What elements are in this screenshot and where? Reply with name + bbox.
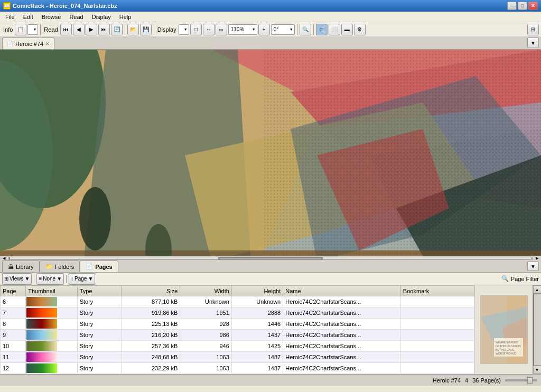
menu-edit[interactable]: Edit (20, 13, 36, 21)
cell-thumbnail (26, 352, 77, 363)
cell-name: Heroic74C2CnarfstarScans... (283, 363, 401, 374)
svg-text:WE ARE WARNED: WE ARE WARNED (496, 341, 518, 344)
col-header-bookmark[interactable]: Bookmark (400, 286, 474, 296)
mode-dropdown[interactable] (27, 24, 38, 35)
menu-help[interactable]: Help (116, 13, 135, 21)
menu-display[interactable]: Display (89, 13, 114, 21)
view-options-button[interactable]: ⚙ (354, 24, 366, 35)
viewer-scrollbar-track[interactable] (10, 257, 531, 260)
panel-dropdown-btn[interactable]: ▼ (527, 262, 539, 271)
zoom-dropdown[interactable]: 110% (228, 24, 257, 35)
col-header-type[interactable]: Type (77, 286, 121, 296)
comic-tab-title: Heroic #74 (15, 41, 43, 47)
col-header-height[interactable]: Height (231, 286, 283, 296)
menu-read[interactable]: Read (66, 13, 86, 21)
none-button[interactable]: ≡ None ▼ (36, 273, 64, 285)
library-tab[interactable]: 🏛 Library (2, 260, 40, 272)
col-header-page[interactable]: Page (1, 286, 26, 296)
cell-page: 12 (1, 363, 26, 374)
info-button[interactable]: 📋 (15, 24, 26, 35)
save-button[interactable]: 💾 (140, 24, 152, 35)
comic-tab-icon: 📄 (7, 41, 13, 46)
separator-3 (154, 24, 154, 35)
cell-height: 1446 (231, 319, 283, 330)
views-button[interactable]: ⊞ Views ▼ (2, 273, 32, 285)
right-toolbar-area: ⊟ (527, 24, 539, 35)
col-header-name[interactable]: Name (283, 286, 401, 296)
comic-tab-close[interactable]: ✕ (45, 41, 50, 46)
status-slider[interactable] (505, 379, 537, 381)
scrollbar-track[interactable] (533, 294, 542, 366)
table-row[interactable]: 11Story248,68 kB10631487Heroic74C2Cnarfs… (1, 352, 474, 363)
cell-thumbnail (26, 319, 77, 330)
cell-size: 877,10 kB (122, 296, 180, 307)
sort-button[interactable]: ↕ Page ▼ (69, 273, 95, 285)
table-row[interactable]: 12Story232,29 kB10631487Heroic74C2Cnarfs… (1, 363, 474, 374)
cell-bookmark (400, 363, 474, 374)
view-double-button[interactable]: ⬜ (329, 24, 340, 35)
view-strip-button[interactable]: ▬ (341, 24, 353, 35)
status-slider-thumb[interactable] (527, 377, 533, 384)
viewer-area[interactable] (0, 50, 541, 256)
close-button[interactable]: ✕ (528, 2, 538, 10)
page-count-button[interactable]: ▭ (216, 24, 227, 35)
large-thumbnail: WE ARE WARNED OF THIS OCCASION BUT HIS G… (480, 295, 528, 364)
restore-button[interactable]: □ (518, 2, 527, 10)
search-icon: 🔍 (302, 26, 309, 32)
open-button[interactable]: 📂 (127, 24, 139, 35)
prev-page-button[interactable]: ◀ (73, 24, 85, 35)
sort-icon: ↕ (71, 276, 73, 282)
rotation-dropdown[interactable]: 0° (271, 24, 295, 35)
table-row[interactable]: 7Story919,86 kB19512888Heroic74C2Cnarfst… (1, 307, 474, 319)
prev-page-icon: ◀ (77, 26, 81, 32)
search-button[interactable]: 🔍 (300, 24, 311, 35)
cell-page: 9 (1, 330, 26, 341)
refresh-button[interactable]: 🔄 (111, 24, 123, 35)
zoom-in-button[interactable]: + (258, 24, 270, 35)
fit-button[interactable]: □ (190, 24, 202, 35)
col-header-size[interactable]: Size (122, 286, 180, 296)
menu-browse[interactable]: Browse (39, 13, 64, 21)
svg-text:OF THIS OCCASION: OF THIS OCCASION (496, 344, 521, 348)
folders-tab[interactable]: 📁 Folders (40, 260, 80, 272)
cell-page: 6 (1, 296, 26, 307)
cell-type: Story (77, 341, 121, 352)
window-title: ComicRack - Heroic_074_Narfstar.cbz (13, 3, 117, 9)
panel-toggle-button[interactable]: ⊟ (527, 24, 539, 35)
viewer-scrollbar-thumb[interactable] (218, 257, 322, 259)
table-main[interactable]: Page Thumbnail Type Size Width Height Na… (0, 285, 474, 374)
folders-tab-icon: 📁 (45, 263, 53, 270)
status-comic-title: Heroic #74 (433, 377, 461, 384)
last-page-button[interactable]: ⏭ (98, 24, 110, 35)
table-row[interactable]: 10Story257,36 kB9461425Heroic74C2Cnarfst… (1, 341, 474, 352)
cell-thumbnail (26, 330, 77, 341)
col-header-thumbnail[interactable]: Thumbnail (26, 286, 77, 296)
view-single-button[interactable]: □ (316, 24, 328, 35)
views-label: Views (10, 276, 24, 282)
search-icon-panel: 🔍 (501, 275, 509, 282)
table-row[interactable]: 6Story877,10 kBUnknownUnknownHeroic74C2C… (1, 296, 474, 307)
bottom-tab-bar: 🏛 Library 📁 Folders 📄 Pages ▼ (0, 260, 541, 273)
pages-tab[interactable]: 📄 Pages (80, 260, 118, 272)
minimize-button[interactable]: ─ (507, 2, 517, 10)
viewer-scrollbar[interactable]: ◀ ▶ (0, 256, 541, 260)
next-page-button[interactable]: ▶ (86, 24, 97, 35)
cell-thumbnail (26, 307, 77, 319)
tab-dropdown-button[interactable]: ▼ (527, 38, 539, 48)
table-row[interactable]: 8Story225,13 kB9281446Heroic74C2Cnarfsta… (1, 319, 474, 330)
panel-expand-button[interactable]: ▼ (527, 262, 539, 271)
comic-tab[interactable]: 📄 Heroic #74 ✕ (2, 38, 54, 49)
display-dropdown[interactable] (179, 24, 189, 35)
first-page-button[interactable]: ⏮ (60, 24, 72, 35)
next-page-icon: ▶ (89, 26, 94, 32)
scroll-down-button[interactable]: ▼ (533, 366, 542, 374)
scroll-up-button[interactable]: ▲ (533, 285, 542, 294)
status-page-count: 36 Page(s) (472, 377, 501, 384)
col-header-width[interactable]: Width (180, 286, 231, 296)
thumbnail-panel-content: WE ARE WARNED OF THIS OCCASION BUT HIS G… (475, 285, 533, 374)
views-icon: ⊞ (4, 276, 8, 282)
fit-width-button[interactable]: ↔ (203, 24, 214, 35)
title-bar: 📖 ComicRack - Heroic_074_Narfstar.cbz ─ … (0, 0, 541, 12)
table-row[interactable]: 9Story216,20 kB9861437Heroic74C2Cnarfsta… (1, 330, 474, 341)
menu-file[interactable]: File (2, 13, 18, 21)
